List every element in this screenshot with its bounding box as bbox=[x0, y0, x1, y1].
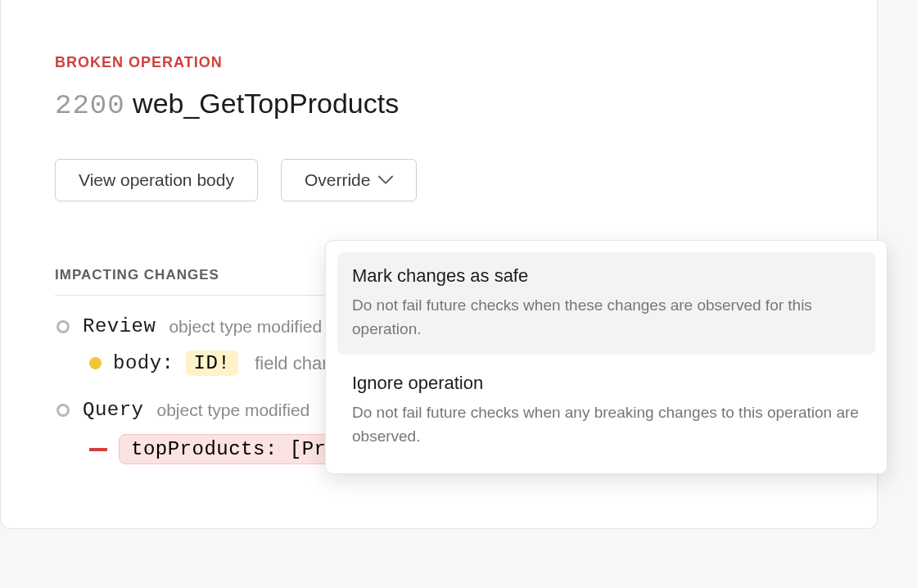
circle-icon bbox=[56, 404, 70, 417]
view-operation-body-button[interactable]: View operation body bbox=[55, 159, 258, 201]
change-type-desc: object type modified bbox=[157, 400, 310, 420]
change-type-name: Query bbox=[83, 399, 144, 421]
override-button[interactable]: Override bbox=[281, 159, 418, 201]
dropdown-item-title: Mark changes as safe bbox=[352, 265, 861, 287]
operation-title: 2200 web_GetTopProducts bbox=[55, 88, 823, 121]
dropdown-item-mark-safe[interactable]: Mark changes as safe Do not fail future … bbox=[337, 252, 875, 355]
dropdown-item-ignore-operation[interactable]: Ignore operation Do not fail future chec… bbox=[337, 360, 875, 462]
chevron-down-icon bbox=[378, 175, 393, 185]
dropdown-item-desc: Do not fail future checks when these cha… bbox=[352, 293, 861, 341]
button-label: View operation body bbox=[79, 170, 234, 190]
operation-count: 2200 bbox=[55, 90, 125, 121]
operation-card: BROKEN OPERATION 2200 web_GetTopProducts… bbox=[0, 0, 878, 529]
circle-icon bbox=[56, 320, 70, 333]
operation-name: web_GetTopProducts bbox=[133, 88, 399, 119]
change-type-name: Review bbox=[83, 315, 156, 337]
dropdown-item-desc: Do not fail future checks when any break… bbox=[352, 400, 861, 449]
override-dropdown: Mark changes as safe Do not fail future … bbox=[325, 240, 888, 474]
minus-icon bbox=[89, 448, 107, 451]
button-row: View operation body Override bbox=[55, 159, 823, 201]
change-type-desc: object type modified bbox=[169, 317, 322, 337]
button-label: Override bbox=[305, 170, 371, 190]
field-label: body: bbox=[113, 352, 174, 374]
warning-dot-icon bbox=[89, 357, 102, 369]
dropdown-item-title: Ignore operation bbox=[352, 373, 861, 394]
broken-operation-label: BROKEN OPERATION bbox=[55, 54, 823, 71]
field-chip: ID! bbox=[186, 351, 239, 376]
